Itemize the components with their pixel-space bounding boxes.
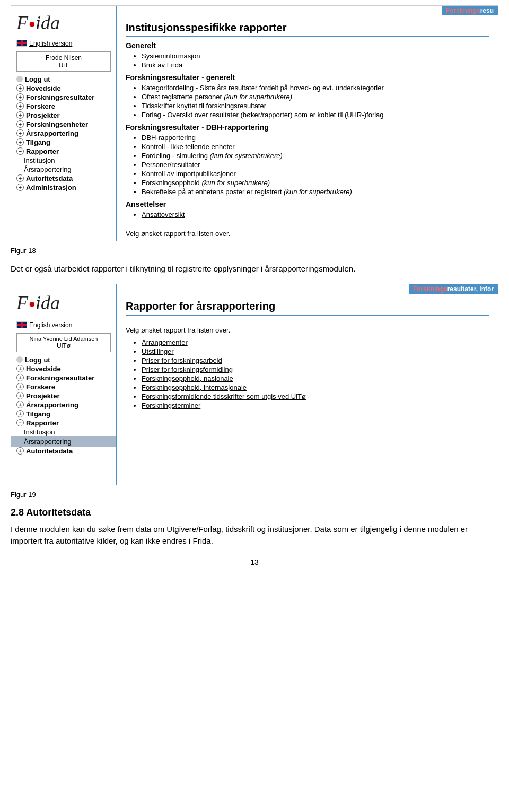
page-number: 13	[0, 558, 509, 566]
nav19-autoritetsdata[interactable]: + Autoritetsdata	[11, 447, 116, 456]
nav19-forskningsresultater[interactable]: + Forskningsresultater	[11, 373, 116, 382]
nav-icon-plus19-prosj: +	[16, 392, 24, 399]
nav-aarsrapportering[interactable]: + Årsrapportering	[11, 129, 116, 138]
user-org-fig19: UiTø	[20, 342, 107, 350]
nav-icon-plus-enhet: +	[16, 120, 24, 128]
nav-icon-minus-rapp: −	[16, 147, 24, 155]
list-item[interactable]: Fordeling - simulering (kun for systembr…	[142, 152, 489, 160]
sidebar-fig19: F•ida English version Nina Yvonne Lid Ad…	[11, 284, 117, 485]
nav-forskningsenheter[interactable]: + Forskningsenheter	[11, 120, 116, 129]
list-item[interactable]: Bruk av Frida	[142, 61, 489, 69]
nav-forskningsresultater[interactable]: + Forskningsresultater	[11, 93, 116, 102]
list-item[interactable]: Bekreftelse på at enhetens poster er reg…	[142, 188, 489, 196]
english-version-link[interactable]: English version	[11, 38, 116, 49]
nav-administrasjon[interactable]: + Administrasjon	[11, 183, 116, 192]
list-item[interactable]: Kategorifordeling - Siste års resultater…	[142, 84, 489, 92]
caption-19: Figur 19	[11, 491, 498, 499]
user-box-fig18: Frode Nilsen UiT	[16, 51, 111, 72]
nav19-prosjekter[interactable]: + Prosjekter	[11, 391, 116, 400]
generelt-list: Systeminformasjon Bruk av Frida	[142, 52, 489, 69]
user-box-fig19: Nina Yvonne Lid Adamsen UiTø	[16, 333, 111, 352]
uk-flag-icon-fig19	[16, 321, 27, 328]
brand-red-fig19: Forsknings	[413, 285, 447, 293]
page-title-fig18: Institusjonsspesifikke rapporter	[126, 22, 489, 37]
nav19-sub-aarsrapp-highlighted[interactable]: Årsrapportering	[11, 436, 116, 447]
nav-hovedside[interactable]: + Hovedside	[11, 84, 116, 93]
nav-icon-plus19-fors: +	[16, 383, 24, 390]
list-item[interactable]: Forlag - Oversikt over resultater (bøker…	[142, 111, 489, 119]
list-item-opphold-nas[interactable]: Forskningsopphold, nasjonale	[142, 374, 489, 382]
nav-icon-loggut	[16, 76, 23, 82]
list-item[interactable]: Kontroll - ikke tellende enheter	[142, 143, 489, 151]
nav-rapporter[interactable]: − Rapporter	[11, 147, 116, 156]
nav-forskere[interactable]: + Forskere	[11, 102, 116, 111]
figure19-screenshot: F•ida English version Nina Yvonne Lid Ad…	[11, 284, 498, 485]
sidebar-fig18: F•ida English version Frode Nilsen UiT L…	[11, 6, 117, 241]
nav-sub-institusjon[interactable]: Institusjon	[11, 156, 116, 165]
ansettelser-list: Ansattoversikt	[142, 211, 489, 219]
list-item[interactable]: Forskningsopphold (kun for superbrukere)	[142, 179, 489, 187]
brand-red-fig18: Forsknings	[446, 7, 480, 14]
list-item-priser-forsk[interactable]: Priser for forskningsarbeid	[142, 356, 489, 364]
nav-autoritetsdata[interactable]: + Autoritetsdata	[11, 174, 116, 183]
nav-prosjekter[interactable]: + Prosjekter	[11, 111, 116, 120]
nav19-forskere[interactable]: + Forskere	[11, 382, 116, 391]
section-dbh: Forskningsresultater - DBH-rapportering	[126, 123, 489, 132]
list-item[interactable]: Ansattoversikt	[142, 211, 489, 219]
nav-icon-loggut19	[16, 356, 23, 363]
list-item-tidsskrifter[interactable]: Forskningsformidlende tidsskrifter som u…	[142, 392, 489, 400]
body-text-1: Det er også utarbeidet rapporter i tilkn…	[11, 263, 498, 275]
list-item[interactable]: Oftest registrerte personer (kun for sup…	[142, 93, 489, 101]
list-item-priser-form[interactable]: Priser for forskningsformidling	[142, 365, 489, 373]
uk-flag-icon	[16, 40, 27, 47]
nav-icon-plus-forsk: +	[16, 93, 24, 101]
list-item[interactable]: Systeminformasjon	[142, 52, 489, 60]
velg-text-fig19: Velg ønsket rapport fra listen over.	[126, 322, 489, 334]
list-item[interactable]: Kontroll av importpublikasjoner	[142, 170, 489, 178]
velg-text-fig18: Velg ønsket rapport fra listen over.	[126, 225, 489, 238]
list-item-opphold-int[interactable]: Forskningsopphold, internasjonale	[142, 383, 489, 391]
logo-fig19: F•ida	[11, 289, 116, 319]
user-name-fig19: Nina Yvonne Lid Adamsen	[20, 336, 107, 342]
user-org: UiT	[20, 62, 107, 69]
page-title-fig19: Rapporter for årsrapportering	[126, 300, 489, 316]
list-item-arrangementer[interactable]: Arrangementer	[142, 338, 489, 346]
list-item[interactable]: DBH-rapportering	[142, 134, 489, 142]
nav-logg-ut[interactable]: Logg ut	[11, 75, 116, 84]
nav19-logg-ut[interactable]: Logg ut	[11, 355, 116, 364]
list-item[interactable]: Tidsskrifter knyttet til forskningsresul…	[142, 102, 489, 110]
lang-link-fig19[interactable]: English version	[11, 319, 116, 331]
nav19-hovedside[interactable]: + Hovedside	[11, 364, 116, 373]
nav-sub-aarsrapp[interactable]: Årsrapportering	[11, 165, 116, 174]
lang-link-text[interactable]: English version	[29, 40, 72, 47]
brand-normal-fig18: resu	[480, 7, 494, 14]
nav-tilgang[interactable]: + Tilgang	[11, 138, 116, 147]
nav-icon-minus19-rapp: −	[16, 419, 24, 426]
section-forsk-generelt: Forskningsresultater - generelt	[126, 73, 489, 82]
frida-logo-fig19: F•ida	[16, 292, 60, 313]
body-text-2: I denne modulen kan du søke frem data om…	[11, 523, 498, 547]
nav-icon-plus19-tilgang: +	[16, 410, 24, 417]
forsk-generelt-list: Kategorifordeling - Siste års resultater…	[142, 84, 489, 119]
lang-link-text-fig19[interactable]: English version	[29, 321, 72, 329]
nav-icon-plus19-aars: +	[16, 401, 24, 408]
nav-icon-plus-hoved: +	[16, 84, 24, 92]
nav-icon-plus-forskere: +	[16, 102, 24, 110]
section-ansettelser: Ansettelser	[126, 200, 489, 208]
header-bar-fig19: Forskningsresultater, infor	[409, 284, 498, 294]
list-item[interactable]: Personer/resultater	[142, 161, 489, 169]
caption-18: Figur 18	[11, 247, 498, 255]
list-item-utstillinger[interactable]: Utstillinger	[142, 347, 489, 355]
list-item-terminer[interactable]: Forskningsterminer	[142, 401, 489, 409]
nav19-tilgang[interactable]: + Tilgang	[11, 409, 116, 418]
nav19-rapporter[interactable]: − Rapporter	[11, 418, 116, 427]
nav-icon-plus-tilgang: +	[16, 138, 24, 146]
brand-normal-fig19: resultater, infor	[447, 285, 494, 293]
nav19-sub-institusjon[interactable]: Institusjon	[11, 427, 116, 436]
nav19-aarsrapportering[interactable]: + Årsrapportering	[11, 400, 116, 409]
nav-icon-plus-aars: +	[16, 129, 24, 137]
nav-icon-plus19-forsk: +	[16, 374, 24, 381]
main-content-fig19: Forskningsresultater, infor Rapporter fo…	[117, 284, 498, 485]
logo-fig18: F•ida	[11, 10, 116, 38]
figure18-screenshot: F•ida English version Frode Nilsen UiT L…	[11, 5, 498, 241]
